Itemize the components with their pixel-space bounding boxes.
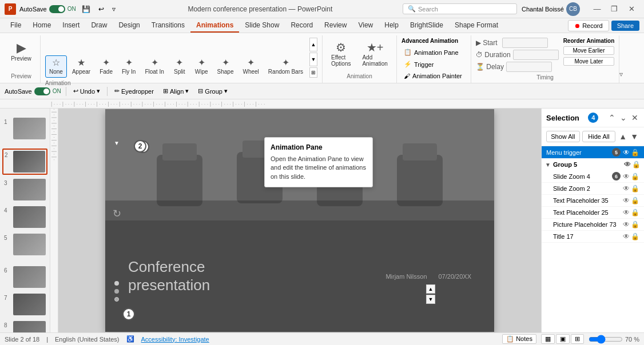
tab-view[interactable]: View	[352, 19, 379, 33]
animation-pane-button[interactable]: 📋 Animation Pane	[401, 47, 461, 57]
eye-icon-t17[interactable]: 👁	[623, 232, 630, 240]
anim-none-button[interactable]: ☆ None	[45, 55, 67, 78]
align-button[interactable]: ⊞ Align ▾	[161, 86, 191, 96]
panel-item-picph73[interactable]: Picture Placeholder 73 👁 🔒	[542, 219, 644, 231]
lock-icon-group5[interactable]: 🔒	[632, 161, 641, 169]
panel-item-title17[interactable]: Title 17 👁 🔒	[542, 231, 644, 243]
lock-icon-sz2[interactable]: 🔒	[631, 184, 639, 192]
slide-item-4[interactable]: 4	[2, 204, 47, 230]
panel-group-5[interactable]: ▼ Group 5 👁 🔒	[542, 159, 644, 170]
slide-item-6[interactable]: 6	[2, 264, 47, 290]
panel-item-textph35[interactable]: Text Placeholder 35 👁 🔒	[542, 195, 644, 207]
move-later-button[interactable]: Move Later	[563, 57, 615, 66]
lock-icon-sz4[interactable]: 🔒	[631, 172, 639, 180]
anim-expand[interactable]: ⊞	[309, 67, 317, 78]
delay-input[interactable]	[506, 62, 552, 72]
anim-flyin-button[interactable]: ✦ Fly In	[118, 55, 140, 78]
slide-item-1[interactable]: 1	[2, 116, 47, 141]
panel-item-slidezoom4[interactable]: Slide Zoom 4 6 👁 🔒	[542, 170, 644, 183]
close-button[interactable]: ✕	[623, 3, 639, 15]
animation-painter-button[interactable]: 🖌 Animation Painter	[401, 71, 464, 81]
autosave-toggle[interactable]	[49, 5, 65, 13]
anim-wipe-button[interactable]: ✦ Wipe	[191, 55, 212, 78]
eye-icon-tp35[interactable]: 👁	[623, 196, 630, 204]
lock-icon-tp35[interactable]: 🔒	[631, 196, 639, 204]
eye-icon-sz2[interactable]: 👁	[623, 184, 630, 192]
tab-design[interactable]: Design	[113, 19, 145, 33]
group-button[interactable]: ⊟ Group ▾	[196, 86, 230, 96]
slide-item-8[interactable]: 8	[2, 319, 47, 332]
anim-shape-button[interactable]: ✦ Shape	[213, 55, 238, 78]
search-box[interactable]: 🔍 Search	[403, 3, 517, 14]
move-earlier-button[interactable]: Move Earlier	[563, 46, 615, 55]
accessibility-status[interactable]: Accessibility: Investigate	[141, 336, 209, 343]
view-normal-button[interactable]: ▦	[541, 334, 555, 344]
duration-input[interactable]	[513, 50, 559, 60]
anim-scroll-down[interactable]: ▼	[309, 53, 317, 66]
slide-item-2[interactable]: 2	[2, 149, 47, 175]
toolbar-undo-button[interactable]: ↩ Undo ▾	[71, 86, 102, 96]
eye-icon-menutrigger[interactable]: 👁	[623, 149, 630, 157]
view-reading-button[interactable]: ⊞	[571, 334, 584, 344]
minimize-button[interactable]: —	[589, 3, 605, 15]
zoom-slider[interactable]	[589, 335, 623, 344]
panel-close-button[interactable]: ✕	[630, 112, 639, 123]
save-button[interactable]: 💾	[79, 4, 93, 14]
lock-icon-tp25[interactable]: 🔒	[631, 208, 639, 216]
tab-animations[interactable]: Animations	[190, 19, 239, 33]
tab-shapeformat[interactable]: Shape Format	[449, 19, 504, 33]
start-input[interactable]	[502, 38, 548, 48]
panel-expand-button[interactable]: ⌃	[607, 112, 617, 123]
tab-record[interactable]: Record	[285, 19, 319, 33]
scroll-down-button[interactable]: ▼	[426, 295, 435, 304]
add-animation-button[interactable]: ★+ AddAnimation	[358, 38, 391, 71]
expand-icon[interactable]: ▿	[619, 70, 623, 78]
panel-item-menutrigger[interactable]: Menu trigger 5 👁 🔒	[542, 146, 644, 159]
trigger-button[interactable]: ⚡ Trigger	[401, 59, 436, 69]
anim-wheel-button[interactable]: ✦ Wheel	[238, 55, 263, 78]
anim-appear-button[interactable]: ★ Appear	[68, 55, 94, 78]
tab-file[interactable]: File	[5, 19, 27, 33]
show-all-button[interactable]: Show All	[546, 131, 580, 142]
slide-item-3[interactable]: 3	[2, 177, 47, 202]
panel-item-textph25[interactable]: Text Placeholder 25 👁 🔒	[542, 207, 644, 219]
tab-home[interactable]: Home	[27, 19, 57, 33]
view-grid-button[interactable]: ▣	[556, 334, 570, 344]
lock-icon-menutrigger[interactable]: 🔒	[631, 149, 639, 157]
anim-split-button[interactable]: ✦ Split	[169, 55, 190, 78]
tab-transitions[interactable]: Transitions	[146, 19, 190, 33]
slide-item-5[interactable]: 5	[2, 232, 47, 257]
anim-randombars-button[interactable]: ✦ Random Bars	[264, 55, 307, 78]
hide-all-button[interactable]: Hide All	[582, 131, 616, 142]
slide-item-7[interactable]: 7	[2, 292, 47, 317]
tab-insert[interactable]: Insert	[57, 19, 85, 33]
notes-button[interactable]: 📋 Notes	[502, 334, 536, 344]
preview-button[interactable]: ▶ Preview	[7, 38, 35, 66]
customize-button[interactable]: ▿	[110, 4, 118, 14]
undo-button[interactable]: ↩	[96, 4, 106, 14]
eyedropper-button[interactable]: ✏ Eyedropper	[112, 86, 156, 96]
editor-area[interactable]: Conference presentation Mirjam Nilsson 0…	[58, 109, 541, 332]
lock-icon-pp73[interactable]: 🔒	[631, 220, 639, 228]
anim-scroll-up[interactable]: ▲	[309, 38, 317, 51]
eye-icon-sz4[interactable]: 👁	[623, 172, 630, 180]
anim-fade-button[interactable]: ✦ Fade	[96, 55, 117, 78]
tab-brightslide[interactable]: BrightSlide	[404, 19, 449, 33]
tab-help[interactable]: Help	[379, 19, 404, 33]
anim-floatin-button[interactable]: ✦ Float In	[141, 55, 168, 78]
sort-up-button[interactable]: ▲	[618, 131, 628, 142]
tab-review[interactable]: Review	[319, 19, 352, 33]
record-button[interactable]: ⏺ Record	[568, 20, 609, 31]
toolbar-autosave-toggle[interactable]	[34, 87, 50, 95]
ribbon-expand[interactable]: ▿	[619, 35, 623, 83]
share-button[interactable]: Share	[611, 21, 639, 31]
panel-collapse-button[interactable]: ⌄	[619, 112, 628, 123]
tab-draw[interactable]: Draw	[85, 19, 113, 33]
tab-slideshow[interactable]: Slide Show	[239, 19, 285, 33]
effect-options-button[interactable]: ⚙ EffectOptions	[327, 38, 355, 71]
scroll-up-button[interactable]: ▲	[426, 284, 435, 294]
eye-icon-pp73[interactable]: 👁	[623, 220, 630, 228]
eye-icon-group5[interactable]: 👁	[624, 161, 631, 169]
maximize-button[interactable]: ❐	[606, 3, 622, 15]
eye-icon-tp25[interactable]: 👁	[623, 208, 630, 216]
